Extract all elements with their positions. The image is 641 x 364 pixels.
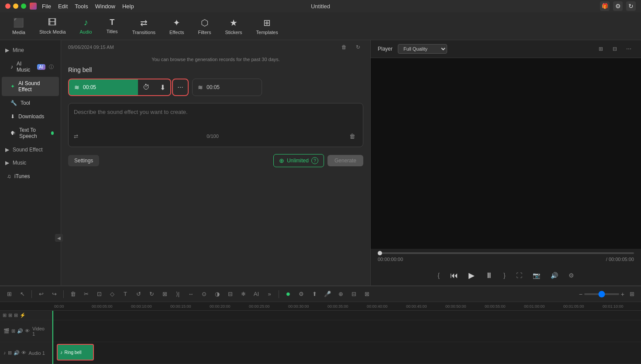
sync-icon[interactable]: ↻ bbox=[626, 1, 636, 11]
sidebar-item-ai-music[interactable]: ♪ AI Music AI ⓘ bbox=[2, 57, 59, 76]
add-track-button[interactable]: ⊕ bbox=[335, 288, 346, 300]
audio-track-eye[interactable]: 👁 bbox=[21, 350, 26, 356]
cut-button[interactable]: ✂ bbox=[80, 288, 92, 300]
generate-button[interactable]: Generate bbox=[327, 155, 363, 166]
color-button[interactable]: ◑ bbox=[211, 288, 223, 300]
toolbar-audio[interactable]: ♪ Audio bbox=[75, 15, 97, 37]
step-forward-button[interactable]: } bbox=[502, 270, 507, 281]
menu-tools[interactable]: Tools bbox=[75, 3, 88, 10]
player-action-3[interactable]: ⋯ bbox=[624, 44, 634, 54]
audio-card-1[interactable]: ≋ 00:05 bbox=[68, 79, 138, 96]
toolbar-filters[interactable]: ⬡ Filters bbox=[193, 15, 216, 38]
menu-help[interactable]: Help bbox=[122, 3, 134, 10]
timeline-mode-button[interactable]: ● bbox=[283, 288, 294, 300]
close-button[interactable] bbox=[5, 3, 10, 9]
loop-button[interactable]: ↺ bbox=[133, 288, 144, 300]
progress-handle[interactable] bbox=[378, 251, 382, 255]
audio-card-1-play-button[interactable]: ⏱ bbox=[138, 79, 155, 96]
sidebar-item-itunes[interactable]: ♫ iTunes bbox=[2, 170, 59, 183]
color-grade-button[interactable]: ⚙ bbox=[296, 288, 307, 300]
rotate-button[interactable]: ↻ bbox=[146, 288, 157, 300]
mask-button[interactable]: ◇ bbox=[107, 288, 118, 300]
play-button[interactable]: ▶ bbox=[467, 269, 476, 282]
video-track-lock[interactable]: 🔊 bbox=[17, 328, 23, 334]
add-video-track-button[interactable]: ⊞ bbox=[3, 312, 7, 318]
ring-bell-clip[interactable]: ♪ Ring bell bbox=[57, 344, 94, 361]
text-btn[interactable]: T bbox=[120, 288, 131, 300]
toolbar-templates[interactable]: ⊞ Templates bbox=[251, 15, 283, 38]
delete-button[interactable]: 🗑 bbox=[67, 288, 79, 300]
audio-card-3[interactable]: ≋ 00:05 bbox=[192, 79, 262, 96]
undo-button[interactable]: ↩ bbox=[35, 288, 47, 300]
add-audio-track-button[interactable]: ⊞ bbox=[8, 312, 12, 318]
sidebar-item-sound-effect[interactable]: ▶ Sound Effect bbox=[0, 143, 61, 156]
sidebar-item-mine[interactable]: ▶ Mine bbox=[0, 44, 61, 57]
redo-button[interactable]: ↪ bbox=[48, 288, 60, 300]
timeline-select-button[interactable]: ↖ bbox=[17, 288, 28, 300]
sidebar-item-ai-sound-effect[interactable]: ✦ AI Sound Effect bbox=[2, 77, 59, 96]
audio-sync-button[interactable]: 🎤 bbox=[322, 288, 333, 300]
step-back-button[interactable]: { bbox=[436, 270, 441, 281]
menu-file[interactable]: File bbox=[42, 3, 51, 10]
shuffle-icon[interactable]: ⇄ bbox=[74, 133, 78, 139]
zoom-in-button[interactable]: + bbox=[621, 291, 624, 298]
extend-button[interactable]: ↔ bbox=[185, 288, 196, 300]
sidebar-item-text-to-speech[interactable]: 🗣 Text To Speech bbox=[2, 124, 59, 143]
marker-button[interactable]: ⬆ bbox=[309, 288, 320, 300]
delete-records-button[interactable]: 🗑 bbox=[339, 42, 349, 52]
subtitle-button[interactable]: ⊟ bbox=[348, 288, 359, 300]
info-icon[interactable]: ⓘ bbox=[49, 64, 54, 70]
timeline-grid-button[interactable]: ⊞ bbox=[3, 288, 15, 300]
toolbar-transitions[interactable]: ⇄ Transitions bbox=[127, 15, 161, 38]
screenshot-button[interactable]: 📷 bbox=[531, 270, 542, 281]
timeline-options-button[interactable]: ⊞ bbox=[626, 288, 638, 300]
prev-button[interactable]: ⏮ bbox=[448, 269, 460, 282]
sidebar-item-downloads[interactable]: ⬇ Downloads bbox=[2, 110, 59, 123]
minimize-button[interactable] bbox=[13, 3, 18, 9]
audio-card-1-more-button[interactable]: ··· bbox=[172, 79, 189, 96]
toolbar-effects[interactable]: ✦ Effects bbox=[164, 15, 189, 38]
settings-icon[interactable]: ⚙ bbox=[613, 1, 623, 11]
clear-text-button[interactable]: 🗑 bbox=[347, 131, 358, 141]
freeze-button[interactable]: ❄ bbox=[238, 288, 249, 300]
menu-edit[interactable]: Edit bbox=[58, 3, 68, 10]
player-action-1[interactable]: ⊞ bbox=[596, 44, 606, 54]
gift-icon[interactable]: 🎁 bbox=[600, 1, 610, 11]
prompt-input[interactable] bbox=[74, 109, 358, 126]
full-screen-button[interactable]: ⛶ bbox=[514, 270, 524, 281]
settings-player-button[interactable]: ⚙ bbox=[567, 270, 576, 281]
player-action-2[interactable]: ⊟ bbox=[610, 44, 620, 54]
maximize-button[interactable] bbox=[21, 3, 26, 9]
pip-button[interactable]: ⊠ bbox=[361, 288, 372, 300]
sidebar-collapse-button[interactable]: ◀ bbox=[55, 234, 61, 242]
settings-button[interactable]: Settings bbox=[68, 155, 99, 166]
refresh-button[interactable]: ↻ bbox=[353, 42, 363, 52]
pause-button[interactable]: ⏸ bbox=[483, 269, 495, 282]
zoom-out-button[interactable]: − bbox=[579, 291, 582, 298]
audio-track-mute[interactable]: 🔊 bbox=[14, 350, 20, 356]
audio-track-add[interactable]: ⊞ bbox=[8, 350, 12, 356]
audio-card-1-download-button[interactable]: ⬇ bbox=[155, 79, 171, 96]
volume-button[interactable]: 🔊 bbox=[549, 270, 560, 281]
transform-button[interactable]: ⊠ bbox=[159, 288, 170, 300]
video-track-add[interactable]: ⊞ bbox=[11, 328, 15, 334]
track-menu-button[interactable]: ⊞ bbox=[14, 312, 18, 318]
speed-button[interactable]: ⊙ bbox=[198, 288, 210, 300]
toolbar-titles[interactable]: T Titles bbox=[101, 15, 124, 37]
zoom-slider[interactable] bbox=[584, 293, 619, 295]
crop-button[interactable]: ⊡ bbox=[93, 288, 105, 300]
video-track-eye[interactable]: 👁 bbox=[25, 328, 30, 334]
split-button[interactable]: ⟩| bbox=[172, 288, 183, 300]
unlimited-button[interactable]: ⊕ Unlimited ? bbox=[273, 154, 324, 167]
quality-select[interactable]: Full Quality Half Quality Quarter Qualit… bbox=[398, 44, 447, 54]
progress-bar[interactable] bbox=[378, 252, 634, 254]
menu-window[interactable]: Window bbox=[95, 3, 115, 10]
more-tools-button[interactable]: » bbox=[264, 288, 275, 300]
group-button[interactable]: ⊟ bbox=[224, 288, 236, 300]
sidebar-item-tool[interactable]: 🔧 Tool bbox=[2, 96, 59, 110]
toolbar-stock-media[interactable]: 🎞 Stock Media bbox=[34, 15, 71, 37]
track-filter-button[interactable]: ⚡ bbox=[20, 312, 26, 318]
toolbar-media[interactable]: ⬛ Media bbox=[7, 15, 31, 38]
ai-button[interactable]: AI bbox=[251, 288, 262, 300]
sidebar-item-music[interactable]: ▶ Music bbox=[0, 156, 61, 169]
